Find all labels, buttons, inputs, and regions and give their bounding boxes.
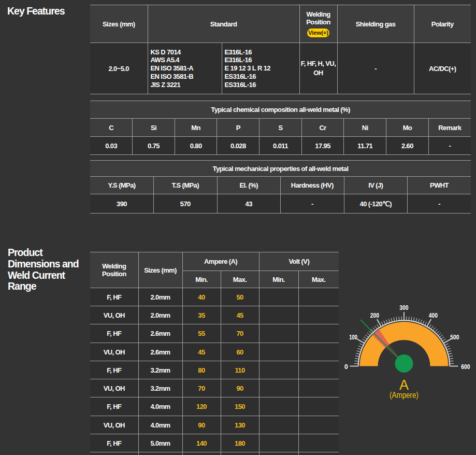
svg-text:0: 0 bbox=[344, 363, 348, 371]
svg-text:200: 200 bbox=[370, 311, 379, 319]
svg-text:500: 500 bbox=[450, 333, 459, 341]
svg-text:A: A bbox=[399, 377, 409, 393]
svg-text:(Ampere): (Ampere) bbox=[390, 391, 419, 400]
svg-text:100: 100 bbox=[349, 333, 357, 341]
svg-text:300: 300 bbox=[399, 304, 408, 311]
svg-text:400: 400 bbox=[429, 311, 438, 319]
svg-text:600: 600 bbox=[461, 363, 470, 371]
